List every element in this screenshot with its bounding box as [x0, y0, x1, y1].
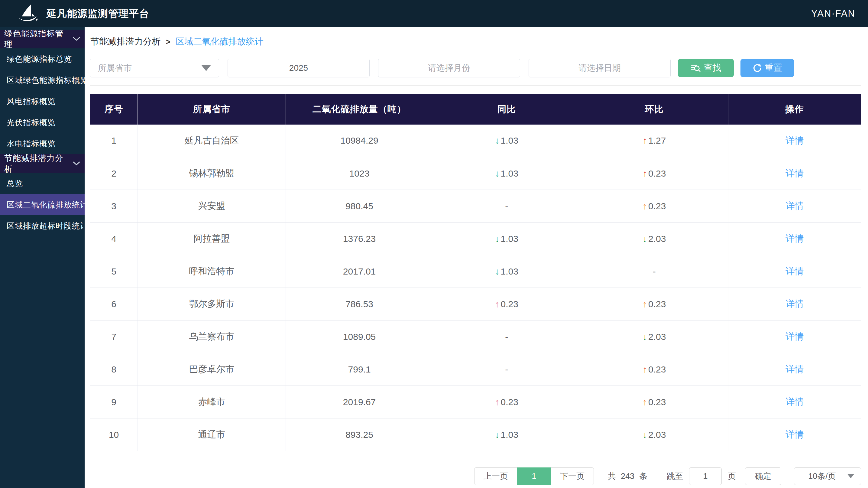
page-unit-label: 页 [728, 471, 736, 482]
row-actions: 详情 [728, 125, 861, 157]
filter-bar: 所属省市 查找 [90, 59, 861, 78]
arrow-down-icon: ↓ [643, 234, 647, 244]
row-emission: 1376.23 [286, 222, 433, 255]
column-header: 操作 [728, 94, 861, 125]
row-mom-value: 0.23 [648, 201, 666, 211]
confirm-button[interactable]: 确定 [745, 467, 781, 485]
total-count: 共 243 条 [608, 471, 647, 482]
row-yoy: ↓1.03 [433, 157, 580, 190]
sidebar-item[interactable]: 风电指标概览 [0, 91, 85, 112]
row-city: 锡林郭勒盟 [138, 157, 286, 190]
row-city: 巴彦卓尔市 [138, 353, 286, 386]
sidebar-item-label: 风电指标概览 [7, 96, 56, 107]
row-emission: 2019.67 [286, 386, 433, 419]
chevron-down-icon [72, 161, 81, 166]
detail-link[interactable]: 详情 [785, 331, 804, 341]
sidebar-section-header[interactable]: 绿色能源指标管理 [0, 30, 85, 49]
row-actions: 详情 [728, 255, 861, 288]
detail-link[interactable]: 详情 [785, 299, 804, 309]
arrow-up-icon: ↑ [643, 397, 647, 407]
row-yoy-value: 1.03 [501, 169, 518, 178]
row-index: 4 [90, 222, 138, 255]
row-city: 呼和浩特市 [138, 255, 286, 288]
detail-link[interactable]: 详情 [785, 266, 804, 276]
breadcrumb-parent[interactable]: 节能减排潜力分析 [90, 36, 160, 48]
row-index: 7 [90, 321, 138, 353]
column-header: 二氧化硫排放量（吨） [286, 94, 433, 125]
month-input[interactable] [378, 59, 520, 78]
search-button[interactable]: 查找 [678, 59, 734, 77]
row-mom: ↓2.03 [580, 321, 728, 353]
table-row: 1延凡古自治区10984.29↓1.03↑1.27详情 [90, 125, 861, 157]
row-mom: ↑0.23 [580, 288, 728, 321]
page-size-select[interactable]: 10条/页 [794, 467, 861, 485]
row-yoy: - [433, 190, 580, 222]
detail-link[interactable]: 详情 [785, 429, 804, 439]
sidebar-item[interactable]: 区域二氧化硫排放统计 [0, 194, 85, 215]
detail-link[interactable]: 详情 [785, 234, 804, 243]
row-city: 兴安盟 [138, 190, 286, 222]
total-suffix-label: 条 [639, 471, 647, 482]
caret-down-icon [201, 65, 211, 71]
detail-link[interactable]: 详情 [785, 168, 804, 178]
row-mom: ↑0.23 [580, 190, 728, 222]
arrow-down-icon: ↓ [643, 430, 647, 439]
detail-link[interactable]: 详情 [785, 397, 804, 407]
row-mom: ↓2.03 [580, 222, 728, 255]
sidebar-section-label: 绿色能源指标管理 [4, 28, 68, 50]
year-input[interactable] [227, 59, 370, 78]
detail-link[interactable]: 详情 [785, 364, 804, 374]
arrow-up-icon: ↑ [643, 201, 647, 211]
sidebar-item-label: 区域排放超标时段统计 [7, 221, 88, 231]
emissions-table: 序号所属省市二氧化硫排放量（吨）同比环比操作 1延凡古自治区10984.29↓1… [90, 94, 861, 451]
row-emission: 786.53 [286, 288, 433, 321]
arrow-up-icon: ↑ [495, 299, 500, 309]
table-row: 10通辽市893.25↓1.03↓2.03详情 [90, 419, 861, 451]
current-page-button[interactable]: 1 [517, 467, 551, 485]
sidebar-item[interactable]: 总览 [0, 173, 85, 194]
breadcrumb-separator-icon: > [166, 37, 170, 46]
table-row: 5呼和浩特市2017.01↓1.03-详情 [90, 255, 861, 288]
sidebar-section-header[interactable]: 节能减排潜力分析 [0, 154, 85, 173]
jump-label: 跳至 [667, 471, 683, 482]
row-mom: - [580, 255, 728, 288]
table-row: 3兴安盟980.45-↑0.23详情 [90, 190, 861, 222]
jump-page-input[interactable] [689, 467, 722, 485]
breadcrumb-current[interactable]: 区域二氧化硫排放统计 [176, 36, 264, 48]
column-header: 环比 [580, 94, 728, 125]
row-yoy: ↑0.23 [433, 288, 580, 321]
row-actions: 详情 [728, 386, 861, 419]
prev-page-button[interactable]: 上一页 [474, 468, 517, 485]
next-page-button[interactable]: 下一页 [551, 468, 594, 485]
app-title: 延凡能源监测管理平台 [46, 7, 149, 21]
table-row: 6鄂尔多斯市786.53↑0.23↑0.23详情 [90, 288, 861, 321]
reset-button-label: 重置 [765, 62, 782, 74]
table-row: 4阿拉善盟1376.23↓1.03↓2.03详情 [90, 222, 861, 255]
row-emission: 893.25 [286, 419, 433, 451]
row-emission: 1089.05 [286, 321, 433, 353]
row-emission: 799.1 [286, 353, 433, 386]
sidebar-item[interactable]: 区域排放超标时段统计 [0, 215, 85, 237]
jump-to-page: 跳至 页 [667, 467, 736, 485]
row-actions: 详情 [728, 353, 861, 386]
province-select[interactable]: 所属省市 [90, 59, 219, 78]
row-emission: 1023 [286, 157, 433, 190]
arrow-down-icon: ↓ [643, 332, 647, 342]
sidebar-item[interactable]: 光伏指标概览 [0, 112, 85, 133]
sidebar-item[interactable]: 水电指标概览 [0, 133, 85, 154]
detail-link[interactable]: 详情 [785, 201, 804, 211]
sidebar-item[interactable]: 区域绿色能源指标概览 [0, 69, 85, 91]
row-mom-value: 2.03 [648, 234, 666, 244]
row-actions: 详情 [728, 222, 861, 255]
row-yoy: ↓1.03 [433, 419, 580, 451]
table-header-row: 序号所属省市二氧化硫排放量（吨）同比环比操作 [90, 94, 861, 125]
row-index: 2 [90, 157, 138, 190]
row-yoy: ↓1.03 [433, 125, 580, 157]
row-mom-value: 0.23 [648, 299, 666, 309]
row-emission: 2017.01 [286, 255, 433, 288]
detail-link[interactable]: 详情 [785, 135, 804, 146]
sidebar-item-label: 绿色能源指标总览 [7, 54, 72, 64]
date-input[interactable] [529, 59, 671, 78]
reset-button[interactable]: 重置 [740, 59, 794, 77]
sidebar-item[interactable]: 绿色能源指标总览 [0, 49, 85, 69]
